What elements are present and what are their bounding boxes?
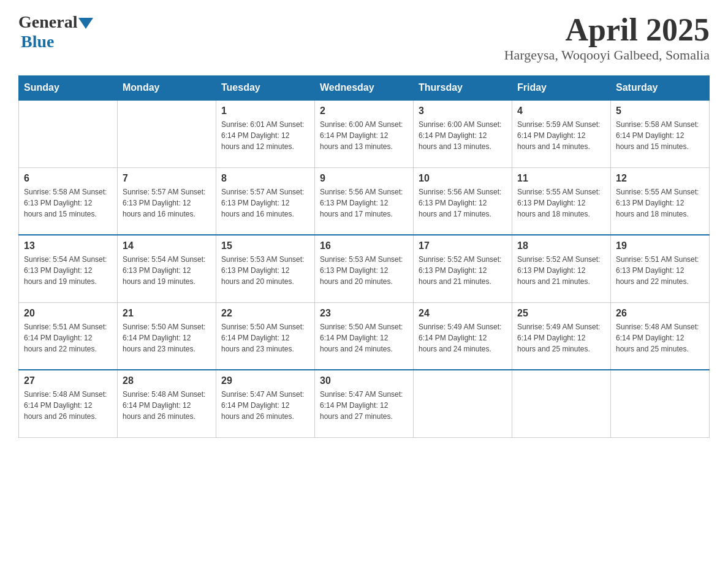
day-number: 16 xyxy=(320,240,408,251)
header-wednesday: Wednesday xyxy=(315,76,414,101)
day-number: 25 xyxy=(517,308,605,319)
day-number: 10 xyxy=(419,173,507,184)
header-friday: Friday xyxy=(512,76,611,101)
day-info: Sunrise: 5:47 AM Sunset: 6:14 PM Dayligh… xyxy=(320,389,408,422)
header-sunday: Sunday xyxy=(19,76,118,101)
header-thursday: Thursday xyxy=(414,76,512,101)
day-info: Sunrise: 5:48 AM Sunset: 6:14 PM Dayligh… xyxy=(24,389,112,422)
calendar-header-row: SundayMondayTuesdayWednesdayThursdayFrid… xyxy=(19,76,710,101)
day-info: Sunrise: 5:58 AM Sunset: 6:14 PM Dayligh… xyxy=(616,119,704,152)
calendar-cell xyxy=(118,100,216,167)
calendar-cell: 10Sunrise: 5:56 AM Sunset: 6:13 PM Dayli… xyxy=(414,167,512,235)
day-info: Sunrise: 6:00 AM Sunset: 6:14 PM Dayligh… xyxy=(419,119,507,152)
day-info: Sunrise: 5:57 AM Sunset: 6:13 PM Dayligh… xyxy=(221,186,309,220)
calendar-cell: 21Sunrise: 5:50 AM Sunset: 6:14 PM Dayli… xyxy=(118,302,216,370)
calendar-cell: 26Sunrise: 5:48 AM Sunset: 6:14 PM Dayli… xyxy=(611,302,710,370)
day-info: Sunrise: 5:51 AM Sunset: 6:13 PM Dayligh… xyxy=(616,254,704,287)
calendar-cell: 12Sunrise: 5:55 AM Sunset: 6:13 PM Dayli… xyxy=(611,167,710,235)
calendar-cell: 6Sunrise: 5:58 AM Sunset: 6:13 PM Daylig… xyxy=(19,167,118,235)
day-info: Sunrise: 6:00 AM Sunset: 6:14 PM Dayligh… xyxy=(320,119,408,152)
calendar-cell: 19Sunrise: 5:51 AM Sunset: 6:13 PM Dayli… xyxy=(611,235,710,302)
day-number: 13 xyxy=(24,240,112,251)
day-info: Sunrise: 5:58 AM Sunset: 6:13 PM Dayligh… xyxy=(24,186,112,220)
calendar-cell xyxy=(19,100,118,167)
calendar-cell: 18Sunrise: 5:52 AM Sunset: 6:13 PM Dayli… xyxy=(512,235,611,302)
title-section: April 2025 Hargeysa, Woqooyi Galbeed, So… xyxy=(504,12,710,63)
header-monday: Monday xyxy=(118,76,216,101)
calendar-cell: 2Sunrise: 6:00 AM Sunset: 6:14 PM Daylig… xyxy=(315,100,414,167)
day-info: Sunrise: 5:48 AM Sunset: 6:14 PM Dayligh… xyxy=(123,389,211,422)
calendar-cell: 29Sunrise: 5:47 AM Sunset: 6:14 PM Dayli… xyxy=(216,370,315,437)
day-info: Sunrise: 5:48 AM Sunset: 6:14 PM Dayligh… xyxy=(616,321,704,354)
day-number: 9 xyxy=(320,173,408,184)
logo-triangle-icon xyxy=(78,18,93,29)
day-info: Sunrise: 5:55 AM Sunset: 6:13 PM Dayligh… xyxy=(517,186,605,220)
logo-blue-text: Blue xyxy=(21,32,54,52)
logo-general-text: General xyxy=(18,12,77,32)
day-number: 7 xyxy=(123,173,211,184)
calendar-cell: 28Sunrise: 5:48 AM Sunset: 6:14 PM Dayli… xyxy=(118,370,216,437)
calendar-cell: 8Sunrise: 5:57 AM Sunset: 6:13 PM Daylig… xyxy=(216,167,315,235)
day-info: Sunrise: 5:57 AM Sunset: 6:13 PM Dayligh… xyxy=(123,186,211,220)
day-number: 1 xyxy=(221,105,309,117)
calendar-cell: 5Sunrise: 5:58 AM Sunset: 6:14 PM Daylig… xyxy=(611,100,710,167)
day-info: Sunrise: 5:54 AM Sunset: 6:13 PM Dayligh… xyxy=(24,254,112,287)
day-number: 30 xyxy=(320,375,408,386)
day-number: 6 xyxy=(24,173,112,184)
calendar-cell: 30Sunrise: 5:47 AM Sunset: 6:14 PM Dayli… xyxy=(315,370,414,437)
day-number: 17 xyxy=(419,240,507,251)
day-info: Sunrise: 5:53 AM Sunset: 6:13 PM Dayligh… xyxy=(221,254,309,287)
day-number: 3 xyxy=(419,105,507,117)
day-info: Sunrise: 6:01 AM Sunset: 6:14 PM Dayligh… xyxy=(221,119,309,152)
calendar-cell: 24Sunrise: 5:49 AM Sunset: 6:14 PM Dayli… xyxy=(414,302,512,370)
day-number: 27 xyxy=(24,375,112,386)
calendar-cell: 20Sunrise: 5:51 AM Sunset: 6:14 PM Dayli… xyxy=(19,302,118,370)
day-info: Sunrise: 5:56 AM Sunset: 6:13 PM Dayligh… xyxy=(320,186,408,220)
day-info: Sunrise: 5:55 AM Sunset: 6:13 PM Dayligh… xyxy=(616,186,704,220)
day-number: 24 xyxy=(419,308,507,319)
calendar-cell: 9Sunrise: 5:56 AM Sunset: 6:13 PM Daylig… xyxy=(315,167,414,235)
calendar-cell: 11Sunrise: 5:55 AM Sunset: 6:13 PM Dayli… xyxy=(512,167,611,235)
day-number: 2 xyxy=(320,105,408,117)
day-info: Sunrise: 5:50 AM Sunset: 6:14 PM Dayligh… xyxy=(221,321,309,354)
day-number: 20 xyxy=(24,308,112,319)
week-row-1: 1Sunrise: 6:01 AM Sunset: 6:14 PM Daylig… xyxy=(19,100,710,167)
calendar-cell: 14Sunrise: 5:54 AM Sunset: 6:13 PM Dayli… xyxy=(118,235,216,302)
day-number: 8 xyxy=(221,173,309,184)
day-number: 23 xyxy=(320,308,408,319)
day-number: 22 xyxy=(221,308,309,319)
day-number: 15 xyxy=(221,240,309,251)
day-info: Sunrise: 5:49 AM Sunset: 6:14 PM Dayligh… xyxy=(517,321,605,354)
calendar-cell: 16Sunrise: 5:53 AM Sunset: 6:13 PM Dayli… xyxy=(315,235,414,302)
day-number: 4 xyxy=(517,105,605,117)
week-row-3: 13Sunrise: 5:54 AM Sunset: 6:13 PM Dayli… xyxy=(19,235,710,302)
day-number: 5 xyxy=(616,105,704,117)
day-number: 29 xyxy=(221,375,309,386)
calendar-cell: 23Sunrise: 5:50 AM Sunset: 6:14 PM Dayli… xyxy=(315,302,414,370)
day-info: Sunrise: 5:50 AM Sunset: 6:14 PM Dayligh… xyxy=(320,321,408,354)
calendar-cell: 17Sunrise: 5:52 AM Sunset: 6:13 PM Dayli… xyxy=(414,235,512,302)
day-info: Sunrise: 5:50 AM Sunset: 6:14 PM Dayligh… xyxy=(123,321,211,354)
calendar-cell xyxy=(414,370,512,437)
day-number: 18 xyxy=(517,240,605,251)
week-row-4: 20Sunrise: 5:51 AM Sunset: 6:14 PM Dayli… xyxy=(19,302,710,370)
day-number: 21 xyxy=(123,308,211,319)
day-number: 26 xyxy=(616,308,704,319)
header-saturday: Saturday xyxy=(611,76,710,101)
logo: General Blue xyxy=(18,12,93,52)
month-title: April 2025 xyxy=(504,12,710,47)
day-number: 12 xyxy=(616,173,704,184)
week-row-2: 6Sunrise: 5:58 AM Sunset: 6:13 PM Daylig… xyxy=(19,167,710,235)
calendar-cell: 15Sunrise: 5:53 AM Sunset: 6:13 PM Dayli… xyxy=(216,235,315,302)
day-info: Sunrise: 5:51 AM Sunset: 6:14 PM Dayligh… xyxy=(24,321,112,354)
day-info: Sunrise: 5:52 AM Sunset: 6:13 PM Dayligh… xyxy=(517,254,605,287)
calendar-cell: 13Sunrise: 5:54 AM Sunset: 6:13 PM Dayli… xyxy=(19,235,118,302)
day-number: 11 xyxy=(517,173,605,184)
day-number: 14 xyxy=(123,240,211,251)
week-row-5: 27Sunrise: 5:48 AM Sunset: 6:14 PM Dayli… xyxy=(19,370,710,437)
calendar-cell: 27Sunrise: 5:48 AM Sunset: 6:14 PM Dayli… xyxy=(19,370,118,437)
day-info: Sunrise: 5:52 AM Sunset: 6:13 PM Dayligh… xyxy=(419,254,507,287)
day-number: 19 xyxy=(616,240,704,251)
calendar-cell: 3Sunrise: 6:00 AM Sunset: 6:14 PM Daylig… xyxy=(414,100,512,167)
day-info: Sunrise: 5:56 AM Sunset: 6:13 PM Dayligh… xyxy=(419,186,507,220)
